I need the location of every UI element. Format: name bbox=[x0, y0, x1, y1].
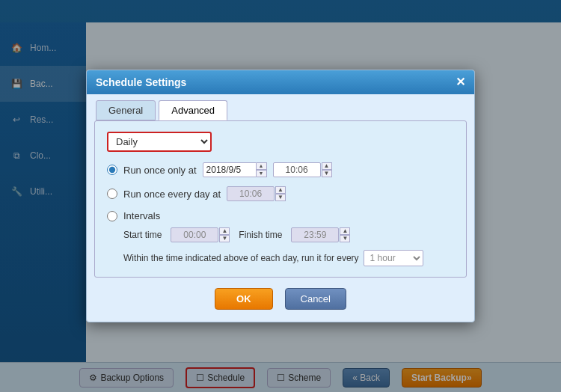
run-once-up-arrow[interactable]: ▲ bbox=[322, 162, 332, 170]
start-spin-arrows: ▲ ▼ bbox=[219, 227, 230, 242]
tab-general[interactable]: General bbox=[96, 100, 156, 120]
run-once-label: Run once only at bbox=[123, 165, 197, 176]
run-once-down-arrow[interactable]: ▼ bbox=[322, 170, 332, 177]
modal-overlay: Schedule Settings ✕ General Advanced Dai… bbox=[0, 0, 561, 392]
tab-advanced[interactable]: Advanced bbox=[159, 100, 227, 120]
cancel-button[interactable]: Cancel bbox=[285, 288, 346, 310]
dialog-title: Schedule Settings bbox=[96, 76, 186, 88]
run-every-day-label: Run once every day at bbox=[123, 189, 221, 200]
date-arrows: ▲ ▼ bbox=[257, 162, 267, 178]
every-day-up-arrow[interactable]: ▲ bbox=[275, 186, 286, 194]
frequency-select[interactable]: Daily Weekly Monthly Once USB plug in Re… bbox=[107, 132, 212, 152]
dialog-footer: OK Cancel bbox=[87, 288, 474, 310]
every-day-spin-arrows: ▲ ▼ bbox=[275, 186, 286, 201]
start-up-arrow[interactable]: ▲ bbox=[219, 227, 230, 235]
every-day-time-spinbox: ▲ ▼ bbox=[227, 186, 286, 201]
intervals-radio-row: Intervals bbox=[107, 210, 454, 221]
every-day-time-input[interactable] bbox=[227, 186, 275, 201]
finish-up-arrow[interactable]: ▲ bbox=[340, 227, 350, 235]
run-every-day-radio[interactable] bbox=[107, 189, 117, 199]
run-once-radio[interactable] bbox=[107, 165, 117, 175]
date-up-arrow[interactable]: ▲ bbox=[257, 162, 267, 170]
within-time-row: Within the time indicated above of each … bbox=[123, 250, 454, 266]
within-text: Within the time indicated above of each … bbox=[123, 253, 359, 263]
finish-spin-arrows: ▲ ▼ bbox=[340, 227, 350, 242]
dialog-titlebar: Schedule Settings ✕ bbox=[87, 70, 474, 94]
intervals-radio[interactable] bbox=[107, 211, 117, 221]
finish-time-input[interactable] bbox=[291, 227, 339, 242]
schedule-dialog: Schedule Settings ✕ General Advanced Dai… bbox=[86, 70, 475, 323]
run-once-time-input[interactable] bbox=[273, 162, 321, 177]
dialog-close-button[interactable]: ✕ bbox=[456, 76, 465, 88]
start-time-label: Start time bbox=[123, 230, 162, 240]
hour-select[interactable]: 1 hour 2 hours 3 hours 6 hours 12 hours bbox=[364, 250, 423, 266]
finish-time-spinbox: ▲ ▼ bbox=[291, 227, 350, 242]
ok-button[interactable]: OK bbox=[215, 288, 273, 310]
start-time-input[interactable] bbox=[171, 227, 218, 242]
dialog-body: Daily Weekly Monthly Once USB plug in Re… bbox=[94, 120, 467, 278]
frequency-dropdown-row: Daily Weekly Monthly Once USB plug in Re… bbox=[107, 132, 454, 152]
date-spinbox: ▲ ▼ bbox=[203, 162, 267, 178]
start-time-spinbox: ▲ ▼ bbox=[171, 227, 230, 242]
finish-time-label: Finish time bbox=[239, 230, 282, 240]
run-once-row: Run once only at ▲ ▼ ▲ ▼ bbox=[107, 162, 454, 178]
dialog-tabs: General Advanced bbox=[87, 94, 474, 120]
finish-down-arrow[interactable]: ▼ bbox=[340, 235, 350, 242]
date-input[interactable] bbox=[203, 162, 257, 177]
start-down-arrow[interactable]: ▼ bbox=[219, 235, 230, 242]
intervals-label: Intervals bbox=[123, 210, 160, 221]
run-every-day-row: Run once every day at ▲ ▼ bbox=[107, 186, 454, 201]
run-once-time-spinbox: ▲ ▼ bbox=[273, 162, 332, 177]
date-down-arrow[interactable]: ▼ bbox=[257, 170, 267, 177]
run-once-spin-arrows: ▲ ▼ bbox=[322, 162, 332, 177]
intervals-time-row: Start time ▲ ▼ Finish time ▲ ▼ bbox=[123, 227, 454, 242]
every-day-down-arrow[interactable]: ▼ bbox=[275, 194, 286, 201]
